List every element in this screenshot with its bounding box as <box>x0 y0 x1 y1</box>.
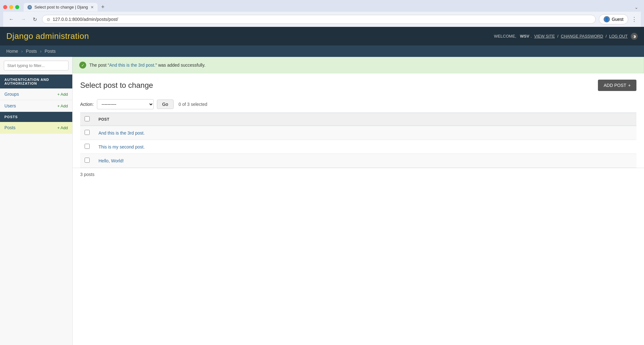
sidebar-item-posts-add[interactable]: + Add <box>57 125 68 130</box>
lock-icon: ⊙ <box>47 17 50 22</box>
sidebar-item-posts-label: Posts <box>4 125 15 130</box>
profile-btn[interactable]: 👤 Guest <box>599 14 628 24</box>
url-text: 127.0.0.1:8000/admin/posts/post/ <box>53 17 118 22</box>
table-row: Hello, World! <box>80 154 636 168</box>
change-password-link[interactable]: CHANGE PASSWORD <box>561 34 603 39</box>
theme-toggle-btn[interactable]: ◑ <box>631 33 638 40</box>
minimize-window-btn[interactable] <box>9 5 13 9</box>
browser-nav: ← → ↻ ⊙ 127.0.0.1:8000/admin/posts/post/… <box>3 12 641 27</box>
admin-title: Django administration <box>6 31 89 41</box>
admin-wrapper: Django administration WELCOME, WSV. VIEW… <box>0 27 644 345</box>
sidebar-section-posts: POSTS <box>0 112 72 122</box>
sidebar-filter-input[interactable] <box>4 61 69 70</box>
main-content: ✓ The post “And this is the 3rd post.” w… <box>73 57 644 345</box>
breadcrumb: Home › Posts › Posts <box>0 45 644 57</box>
more-options-btn[interactable]: ⋮ <box>631 16 637 23</box>
view-site-link[interactable]: VIEW SITE <box>534 34 555 39</box>
content-title: Select post to change <box>80 81 153 90</box>
profile-icon: 👤 <box>604 16 610 22</box>
tab-bar: ⊙ Select post to change | Djang ✕ + ⌄ <box>3 3 641 12</box>
forward-btn[interactable]: → <box>19 15 28 23</box>
content-header: Select post to change ADD POST + <box>73 73 644 96</box>
sidebar-item-groups-label: Groups <box>4 92 19 97</box>
success-suffix: ” was added successfully. <box>155 63 205 68</box>
close-window-btn[interactable] <box>3 5 7 9</box>
admin-user-nav: WELCOME, WSV. VIEW SITE / CHANGE PASSWOR… <box>494 33 638 40</box>
post-count: 3 posts <box>73 168 644 181</box>
reload-btn[interactable]: ↻ <box>31 15 39 24</box>
selection-count: 0 of 3 selected <box>179 102 207 107</box>
success-text: The post “And this is the 3rd post.” was… <box>89 63 206 68</box>
address-bar[interactable]: ⊙ 127.0.0.1:8000/admin/posts/post/ <box>42 15 596 24</box>
welcome-text: WELCOME, <box>494 34 516 39</box>
sidebar-item-groups[interactable]: Groups + Add <box>0 88 72 100</box>
sidebar-item-posts[interactable]: Posts + Add <box>0 122 72 134</box>
success-message: ✓ The post “And this is the 3rd post.” w… <box>73 57 644 73</box>
add-post-btn[interactable]: ADD POST + <box>598 80 636 91</box>
breadcrumb-sep2: › <box>40 49 42 54</box>
success-post-link[interactable]: And this is the 3rd post. <box>109 63 155 68</box>
go-btn[interactable]: Go <box>157 100 174 109</box>
select-all-checkbox[interactable] <box>85 116 90 121</box>
breadcrumb-section[interactable]: Posts <box>26 49 37 54</box>
breadcrumb-home[interactable]: Home <box>6 49 18 54</box>
breadcrumb-current: Posts <box>45 49 56 54</box>
post-checkbox-0[interactable] <box>85 130 90 135</box>
table-row: This is my second post. <box>80 140 636 154</box>
tab-close-btn[interactable]: ✕ <box>91 5 94 9</box>
success-prefix: The post “ <box>89 63 109 68</box>
new-tab-btn[interactable]: + <box>99 3 107 12</box>
breadcrumb-sep1: › <box>21 49 23 54</box>
posts-table: POST And this is the 3rd post. This is m… <box>80 112 636 168</box>
post-link-2[interactable]: Hello, World! <box>98 158 124 163</box>
active-tab[interactable]: ⊙ Select post to change | Djang ✕ <box>24 3 98 11</box>
sidebar-section-auth: AUTHENTICATION AND AUTHORIZATION <box>0 75 72 88</box>
admin-header: Django administration WELCOME, WSV. VIEW… <box>0 27 644 45</box>
action-bar: Action: ---------- Go 0 of 3 selected <box>73 96 644 112</box>
post-link-0[interactable]: And this is the 3rd post. <box>98 130 145 136</box>
traffic-lights <box>3 5 19 9</box>
table-row: And this is the 3rd post. <box>80 126 636 140</box>
sidebar-item-users-add[interactable]: + Add <box>57 104 68 108</box>
post-checkbox-2[interactable] <box>85 158 90 163</box>
log-out-link[interactable]: LOG OUT <box>609 34 628 39</box>
back-btn[interactable]: ← <box>7 15 16 23</box>
sidebar-collapse-btn[interactable]: « <box>0 342 12 345</box>
sidebar: AUTHENTICATION AND AUTHORIZATION Groups … <box>0 57 73 345</box>
column-header-post: POST <box>94 113 636 126</box>
sidebar-item-users-label: Users <box>4 103 16 108</box>
sidebar-item-users[interactable]: Users + Add <box>0 100 72 112</box>
tab-favicon: ⊙ <box>27 5 32 9</box>
sidebar-item-groups-add[interactable]: + Add <box>57 92 68 97</box>
maximize-window-btn[interactable] <box>15 5 19 9</box>
action-label: Action: <box>80 102 94 107</box>
table-header-row: POST <box>80 113 636 126</box>
tab-title: Select post to change | Djang <box>34 5 88 9</box>
admin-body: AUTHENTICATION AND AUTHORIZATION Groups … <box>0 57 644 345</box>
admin-username: WSV <box>520 34 529 39</box>
success-icon: ✓ <box>79 62 86 69</box>
tab-menu-btn[interactable]: ⌄ <box>632 3 641 11</box>
add-post-icon: + <box>628 83 631 88</box>
profile-label: Guest <box>612 17 623 22</box>
browser-chrome: ⊙ Select post to change | Djang ✕ + ⌄ ← … <box>0 0 644 27</box>
add-post-label: ADD POST <box>604 83 626 88</box>
post-link-1[interactable]: This is my second post. <box>98 144 145 149</box>
post-checkbox-1[interactable] <box>85 144 90 149</box>
action-select[interactable]: ---------- <box>97 99 154 109</box>
sidebar-filter <box>0 57 72 75</box>
